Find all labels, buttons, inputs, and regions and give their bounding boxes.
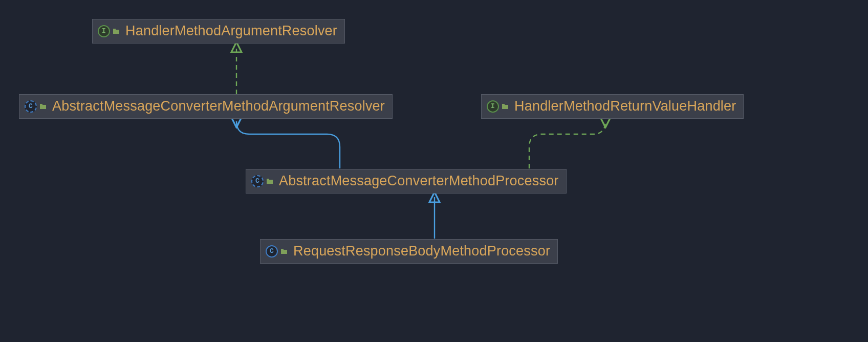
interface-icon: I <box>98 25 110 37</box>
interface-icon: I <box>487 100 499 113</box>
node-label: AbstractMessageConverterMethodProcessor <box>279 174 559 189</box>
package-icon <box>40 104 46 109</box>
type-icons: C <box>266 245 287 258</box>
edge-n4-n3 <box>529 121 605 168</box>
type-icons: C <box>25 100 46 113</box>
node-label: HandlerMethodReturnValueHandler <box>514 99 736 114</box>
package-icon <box>502 104 508 109</box>
node-handler-method-argument-resolver[interactable]: I HandlerMethodArgumentResolver <box>92 19 345 44</box>
node-request-response-body-method-processor[interactable]: C RequestResponseBodyMethodProcessor <box>260 239 558 264</box>
package-icon <box>113 29 119 34</box>
type-icons: C <box>251 175 273 187</box>
node-abstract-message-converter-method-argument-resolver[interactable]: C AbstractMessageConverterMethodArgument… <box>19 94 393 119</box>
type-icons: I <box>98 25 119 37</box>
node-handler-method-return-value-handler[interactable]: I HandlerMethodReturnValueHandler <box>481 94 744 119</box>
node-label: HandlerMethodArgumentResolver <box>125 24 337 39</box>
node-label: AbstractMessageConverterMethodArgumentRe… <box>52 99 385 114</box>
uml-diagram-canvas: I HandlerMethodArgumentResolver C Abstra… <box>0 0 868 342</box>
class-icon: C <box>266 245 278 258</box>
edge-n4-n2 <box>236 121 340 168</box>
abstract-class-icon: C <box>251 175 264 187</box>
node-abstract-message-converter-method-processor[interactable]: C AbstractMessageConverterMethodProcesso… <box>246 169 567 194</box>
package-icon <box>281 249 287 254</box>
node-label: RequestResponseBodyMethodProcessor <box>293 244 550 259</box>
type-icons: I <box>487 100 508 113</box>
package-icon <box>267 179 273 184</box>
abstract-class-icon: C <box>25 100 37 113</box>
